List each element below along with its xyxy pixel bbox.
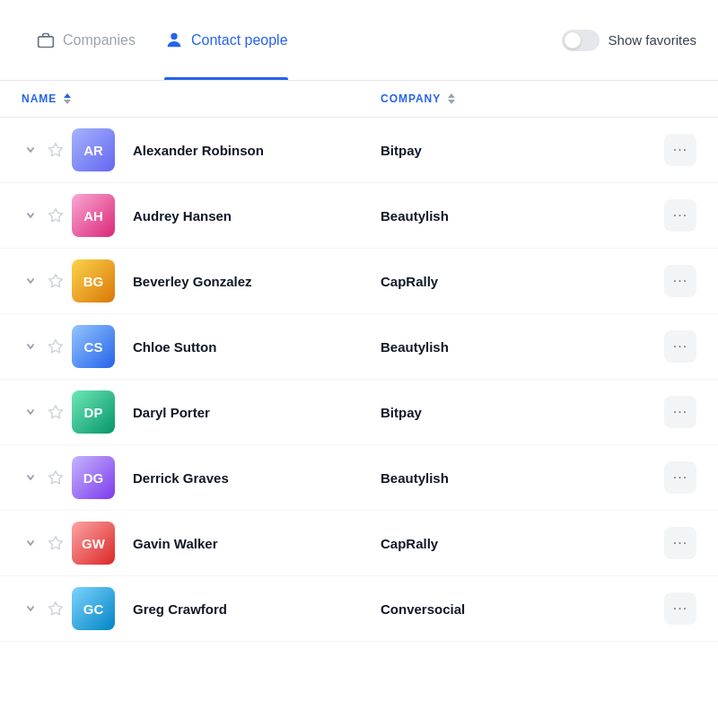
svg-marker-9 <box>49 602 63 615</box>
expand-chevron-4[interactable] <box>22 340 39 353</box>
contact-company-3: CapRally <box>381 274 664 289</box>
row-left-6: DG Derrick Graves <box>22 456 381 499</box>
company-sort-icon <box>446 92 457 106</box>
more-button-3[interactable]: ··· <box>664 265 696 297</box>
table-row: GC Greg Crawford Conversocial ··· <box>0 576 718 642</box>
contact-company-1: Bitpay <box>381 143 664 158</box>
more-button-2[interactable]: ··· <box>664 199 696 232</box>
avatar-7: GW <box>72 522 115 565</box>
table-header: NAME COMPANY <box>0 81 718 118</box>
table-row: BG Beverley Gonzalez CapRally ··· <box>0 249 718 314</box>
favorite-star-2[interactable] <box>47 207 65 224</box>
more-button-7[interactable]: ··· <box>664 527 696 559</box>
table-row: DP Daryl Porter Bitpay ··· <box>0 380 718 445</box>
tab-contact-people[interactable]: Contact people <box>150 0 302 80</box>
more-button-8[interactable]: ··· <box>664 592 696 625</box>
contact-name-1: Alexander Robinson <box>133 143 264 158</box>
svg-marker-3 <box>49 209 63 222</box>
table-row: GW Gavin Walker CapRally ··· <box>0 511 718 576</box>
contact-company-4: Beautylish <box>381 339 664 355</box>
contact-name-7: Gavin Walker <box>133 536 217 551</box>
col-header-company[interactable]: COMPANY <box>381 92 696 106</box>
briefcase-icon <box>36 31 56 50</box>
more-button-1[interactable]: ··· <box>664 134 696 166</box>
tab-companies-label: Companies <box>63 32 136 48</box>
name-sort-icon <box>62 92 73 106</box>
contact-company-2: Beautylish <box>381 208 664 224</box>
avatar-4: CS <box>72 325 115 368</box>
contact-name-2: Audrey Hansen <box>133 208 232 224</box>
table-row: DG Derrick Graves Beautylish ··· <box>0 445 718 511</box>
contact-name-8: Greg Crawford <box>133 601 227 617</box>
contact-name-5: Daryl Porter <box>133 405 210 420</box>
tab-companies[interactable]: Companies <box>22 0 150 80</box>
svg-marker-5 <box>49 340 63 353</box>
contact-name-3: Beverley Gonzalez <box>133 274 252 289</box>
svg-marker-4 <box>49 275 63 287</box>
row-left-2: AH Audrey Hansen <box>22 194 381 237</box>
expand-chevron-3[interactable] <box>22 275 39 287</box>
contact-list: AR Alexander Robinson Bitpay ··· AH Audr… <box>0 118 718 642</box>
more-button-5[interactable]: ··· <box>664 396 696 428</box>
favorite-star-1[interactable] <box>47 142 65 158</box>
favorite-star-4[interactable] <box>47 338 65 355</box>
favorite-star-8[interactable] <box>47 601 65 617</box>
expand-chevron-5[interactable] <box>22 406 39 418</box>
favorite-star-3[interactable] <box>47 273 65 289</box>
expand-chevron-8[interactable] <box>22 602 39 615</box>
avatar-5: DP <box>72 390 115 434</box>
contact-name-6: Derrick Graves <box>133 470 229 486</box>
tab-contact-people-label: Contact people <box>191 32 288 48</box>
more-button-4[interactable]: ··· <box>664 330 696 363</box>
favorite-star-5[interactable] <box>47 404 65 420</box>
table-row: AH Audrey Hansen Beautylish ··· <box>0 183 718 249</box>
tabs-bar: Companies Contact people Show favorites <box>0 0 718 81</box>
row-left-8: GC Greg Crawford <box>22 587 381 630</box>
contact-company-6: Beautylish <box>381 470 664 486</box>
row-left-5: DP Daryl Porter <box>22 390 381 434</box>
person-icon <box>164 31 184 50</box>
contact-company-8: Conversocial <box>381 601 664 617</box>
contact-name-4: Chloe Sutton <box>133 339 216 355</box>
row-left-4: CS Chloe Sutton <box>22 325 381 368</box>
contact-company-7: CapRally <box>381 536 664 551</box>
expand-chevron-1[interactable] <box>22 144 39 156</box>
table-row: CS Chloe Sutton Beautylish ··· <box>0 314 718 380</box>
col-name-label: NAME <box>22 92 57 105</box>
expand-chevron-7[interactable] <box>22 537 39 549</box>
contact-company-5: Bitpay <box>381 405 664 420</box>
svg-marker-2 <box>49 144 63 156</box>
row-left-1: AR Alexander Robinson <box>22 128 381 171</box>
col-company-label: COMPANY <box>381 92 441 105</box>
svg-marker-7 <box>49 471 63 484</box>
show-favorites-label: Show favorites <box>609 32 696 48</box>
show-favorites-toggle[interactable] <box>562 30 600 51</box>
avatar-8: GC <box>72 587 115 630</box>
more-button-6[interactable]: ··· <box>664 461 696 494</box>
favorite-star-6[interactable] <box>47 469 65 486</box>
row-left-3: BG Beverley Gonzalez <box>22 259 381 303</box>
expand-chevron-2[interactable] <box>22 209 39 222</box>
favorite-star-7[interactable] <box>47 535 65 551</box>
svg-marker-8 <box>49 537 63 549</box>
expand-chevron-6[interactable] <box>22 471 39 484</box>
svg-point-1 <box>171 32 177 39</box>
table-row: AR Alexander Robinson Bitpay ··· <box>0 118 718 183</box>
avatar-6: DG <box>72 456 115 499</box>
avatar-1: AR <box>72 128 115 171</box>
avatar-3: BG <box>72 259 115 303</box>
show-favorites-container: Show favorites <box>562 30 696 51</box>
col-header-name[interactable]: NAME <box>22 92 381 106</box>
avatar-2: AH <box>72 194 115 237</box>
row-left-7: GW Gavin Walker <box>22 522 381 565</box>
svg-rect-0 <box>39 36 54 47</box>
svg-marker-6 <box>49 406 63 418</box>
